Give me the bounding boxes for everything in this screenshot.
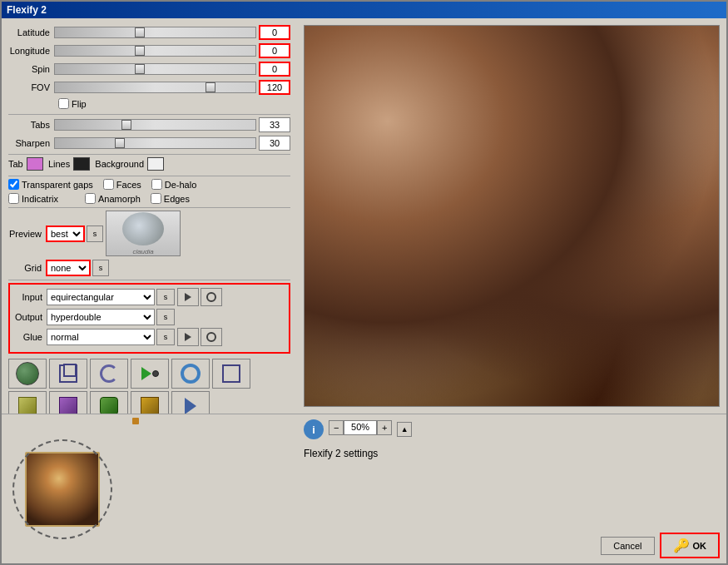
cancel-button[interactable]: Cancel bbox=[601, 537, 654, 555]
flip-label: Flip bbox=[72, 99, 87, 109]
longitude-label: Longitude bbox=[8, 46, 54, 56]
tab-color-label: Tab bbox=[8, 159, 23, 169]
fov-input[interactable]: 120 bbox=[259, 80, 290, 95]
glue-play-buttons bbox=[177, 328, 222, 346]
ok-label: OK bbox=[693, 541, 707, 551]
glue-s-button[interactable]: s bbox=[156, 329, 175, 345]
de-halo-label: De-halo bbox=[165, 180, 197, 190]
action-btn-rotate[interactable] bbox=[90, 359, 128, 389]
anamorph-item[interactable]: Anamorph bbox=[85, 193, 141, 204]
action-btn-play-dot[interactable] bbox=[131, 359, 169, 389]
input-select[interactable]: equirectangular cylindrical bbox=[47, 289, 155, 305]
action-btn-arrow[interactable] bbox=[171, 391, 210, 414]
io-section: Input equirectangular cylindrical s bbox=[8, 283, 290, 354]
sharpen-label: Sharpen bbox=[8, 138, 54, 148]
spin-slider[interactable] bbox=[54, 63, 256, 75]
de-halo-checkbox[interactable] bbox=[151, 179, 162, 190]
zoom-minus-button[interactable]: − bbox=[329, 420, 344, 435]
tabs-row: Tabs 33 bbox=[8, 117, 290, 132]
flip-row: Flip bbox=[8, 98, 290, 109]
title-bar: Flexify 2 bbox=[2, 2, 726, 18]
longitude-input[interactable]: 0 bbox=[259, 43, 290, 58]
action-btn-copy[interactable] bbox=[49, 359, 87, 389]
longitude-slider[interactable] bbox=[54, 45, 256, 57]
input-play-btn2[interactable] bbox=[201, 288, 222, 306]
latitude-label: Latitude bbox=[8, 27, 54, 37]
input-play-btn1[interactable] bbox=[177, 288, 199, 306]
faces-checkbox[interactable] bbox=[103, 179, 114, 190]
spin-input[interactable]: 0 bbox=[259, 62, 290, 77]
checkboxes-row2: Indicatrix Anamorph Edges bbox=[8, 193, 290, 204]
window-title: Flexify 2 bbox=[7, 4, 47, 16]
lines-color-label: Lines bbox=[48, 159, 70, 169]
anamorph-checkbox[interactable] bbox=[85, 193, 96, 204]
zoom-info-row: i − 50% + ▲ bbox=[304, 419, 720, 439]
edges-label: Edges bbox=[164, 194, 190, 204]
tabs-label: Tabs bbox=[8, 120, 54, 130]
edges-item[interactable]: Edges bbox=[151, 193, 190, 204]
flip-checkbox[interactable] bbox=[58, 98, 69, 109]
action-btn-square-outline[interactable] bbox=[212, 359, 250, 389]
zoom-value: 50% bbox=[344, 420, 377, 435]
preview-row: Preview best fast draft s claudia bbox=[8, 211, 290, 256]
zoom-controls: − 50% + bbox=[329, 420, 392, 435]
anamorph-label: Anamorph bbox=[98, 194, 141, 204]
grid-s-button[interactable]: s bbox=[92, 260, 109, 276]
action-btn-globe[interactable] bbox=[8, 359, 47, 389]
latitude-slider[interactable] bbox=[54, 27, 256, 38]
action-btn-ring[interactable] bbox=[171, 359, 210, 389]
input-label: Input bbox=[13, 292, 47, 302]
input-s-button[interactable]: s bbox=[156, 289, 175, 305]
sharpen-slider[interactable] bbox=[54, 137, 256, 149]
action-btn-3d-cube[interactable] bbox=[8, 391, 47, 414]
action-btn-crosshair[interactable] bbox=[49, 391, 87, 414]
de-halo-item[interactable]: De-halo bbox=[151, 179, 197, 190]
transparent-gaps-label: Transparent gaps bbox=[22, 180, 93, 190]
thumb-circle-container bbox=[8, 435, 116, 543]
lines-color-swatch[interactable] bbox=[73, 157, 90, 171]
transparent-gaps-item[interactable]: Transparent gaps bbox=[8, 179, 93, 190]
edges-checkbox[interactable] bbox=[151, 193, 161, 204]
background-color-swatch[interactable] bbox=[147, 157, 164, 171]
color-row: Tab Lines Background bbox=[8, 157, 290, 171]
sharpen-input[interactable]: 30 bbox=[259, 136, 290, 151]
ok-icon: 🔑 bbox=[673, 538, 690, 553]
preview-select[interactable]: best fast draft bbox=[46, 226, 85, 242]
flip-checkbox-item[interactable]: Flip bbox=[58, 98, 87, 109]
input-play-buttons bbox=[177, 288, 222, 306]
glue-select[interactable]: normal multiply bbox=[47, 329, 155, 345]
indicatrix-item[interactable]: Indicatrix bbox=[8, 193, 58, 204]
faces-item[interactable]: Faces bbox=[103, 179, 141, 190]
glue-play-btn2[interactable] bbox=[201, 328, 222, 346]
preview-s-button[interactable]: s bbox=[87, 226, 103, 242]
tabs-input[interactable]: 33 bbox=[259, 117, 290, 132]
ok-button[interactable]: 🔑 OK bbox=[660, 533, 721, 558]
tabs-slider[interactable] bbox=[54, 119, 256, 131]
zoom-plus-button[interactable]: + bbox=[377, 420, 392, 435]
settings-label: Flexify 2 settings bbox=[304, 448, 720, 459]
grid-row: Grid none 10x10 20x20 s bbox=[8, 260, 290, 276]
action-btn-flower[interactable] bbox=[90, 391, 128, 414]
input-row: Input equirectangular cylindrical s bbox=[13, 288, 285, 306]
sharpen-row: Sharpen 30 bbox=[8, 136, 290, 151]
longitude-row: Longitude 0 bbox=[8, 43, 290, 58]
faces-label: Faces bbox=[116, 180, 141, 190]
indicatrix-checkbox[interactable] bbox=[8, 193, 19, 204]
fov-slider[interactable] bbox=[54, 82, 256, 93]
output-select[interactable]: hyperdouble equirectangular bbox=[47, 309, 155, 325]
corner-dot bbox=[132, 418, 139, 424]
grid-select[interactable]: none 10x10 20x20 bbox=[46, 260, 91, 276]
claudia-logo: claudia bbox=[106, 211, 181, 256]
info-button[interactable]: i bbox=[304, 419, 324, 439]
fov-label: FOV bbox=[8, 82, 54, 92]
preview-label: Preview bbox=[8, 229, 46, 239]
bottom-left-area bbox=[2, 414, 297, 563]
scroll-up-button[interactable]: ▲ bbox=[397, 422, 412, 437]
tab-color-swatch[interactable] bbox=[27, 157, 43, 171]
action-btn-diamond[interactable] bbox=[131, 391, 169, 414]
transparent-gaps-checkbox[interactable] bbox=[8, 179, 19, 190]
output-s-button[interactable]: s bbox=[156, 309, 175, 325]
left-panel: Latitude 0 Longitude 0 Spin bbox=[2, 18, 297, 414]
latitude-input[interactable]: 0 bbox=[259, 25, 290, 40]
glue-play-btn1[interactable] bbox=[177, 328, 199, 346]
